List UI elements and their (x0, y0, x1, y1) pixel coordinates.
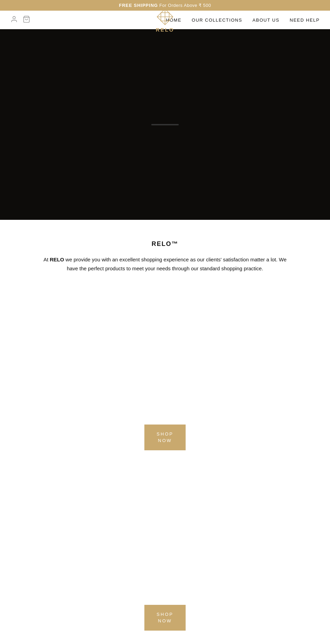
main-nav: HOME OUR COLLECTIONS ABOUT US NEED HELP (166, 18, 320, 23)
hero-section (0, 29, 330, 220)
header-icons (10, 15, 30, 24)
product-section-2: SHOPNOW (0, 467, 330, 644)
cart-icon[interactable] (23, 15, 30, 24)
logo-area[interactable]: RELO (156, 8, 174, 33)
about-suffix: we provide you with an excellent shoppin… (64, 257, 286, 271)
logo-text: RELO (156, 27, 174, 33)
banner-bold-text: FREE SHIPPING (119, 3, 158, 8)
about-body: At RELO we provide you with an excellent… (41, 255, 289, 273)
user-icon[interactable] (10, 15, 18, 24)
logo-icon (156, 8, 174, 26)
shop-now-button-2[interactable]: SHOPNOW (144, 605, 186, 631)
about-section: RELO™ At RELO we provide you with an exc… (0, 220, 330, 287)
header: RELO HOME OUR COLLECTIONS ABOUT US NEED … (0, 11, 330, 29)
about-brand: RELO (50, 257, 64, 262)
hero-indicator (151, 124, 179, 125)
product-image-2 (0, 478, 330, 601)
nav-help[interactable]: NEED HELP (290, 18, 320, 23)
product-section-1: SHOPNOW (0, 287, 330, 467)
svg-point-0 (13, 16, 15, 19)
product-image-1 (0, 297, 330, 421)
nav-about[interactable]: ABOUT US (253, 18, 279, 23)
shop-now-button-1[interactable]: SHOPNOW (144, 425, 186, 450)
nav-collections[interactable]: OUR COLLECTIONS (192, 18, 242, 23)
about-title: RELO™ (41, 240, 289, 248)
about-prefix: At (43, 257, 50, 262)
